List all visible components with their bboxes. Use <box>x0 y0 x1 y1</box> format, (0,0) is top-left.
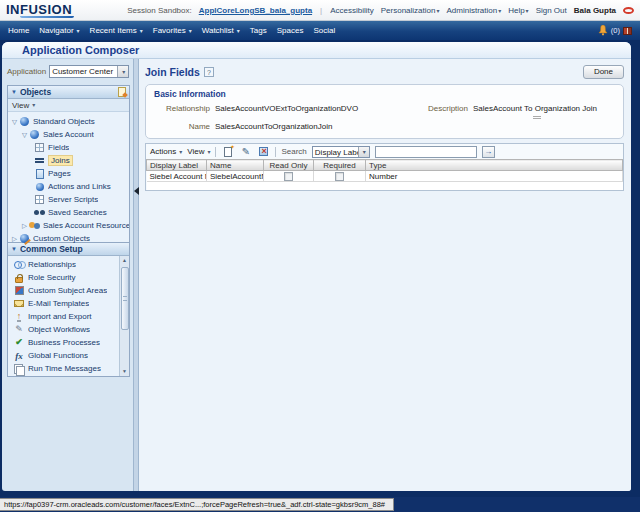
sidebar-item-business-processes[interactable]: ✔ Business Processes <box>8 336 119 349</box>
search-by-select[interactable]: Display Label ▾ <box>312 146 370 158</box>
tree-item-saved-searches[interactable]: Saved Searches <box>8 206 129 219</box>
table-row[interactable]: Siebel Account Numb SiebelAccountNumbe N… <box>147 171 623 182</box>
sidebar-item-run-time-messages[interactable]: Run Time Messages <box>8 362 119 375</box>
expand-closed-icon[interactable]: ▷ <box>20 222 29 230</box>
flag-icon[interactable] <box>623 27 632 35</box>
pencil-icon: ✎ <box>242 147 250 157</box>
done-button[interactable]: Done <box>583 65 624 79</box>
sidebar-item-global-functions[interactable]: fx Global Functions <box>8 349 119 362</box>
help-menu[interactable]: Help▾ <box>508 6 528 15</box>
delete-record-icon <box>259 147 268 156</box>
search-input[interactable] <box>375 146 477 158</box>
tree-item-standard-objects[interactable]: ▽ Standard Objects <box>8 115 129 128</box>
expand-closed-icon[interactable]: ▷ <box>10 235 19 243</box>
application-select[interactable]: Customer Center ▾ <box>49 65 129 78</box>
accessibility-link[interactable]: Accessibility <box>330 6 374 15</box>
search-go-button[interactable]: → <box>482 146 495 158</box>
nav-bar-right: (0) <box>598 25 632 36</box>
tree-item-pages[interactable]: Pages <box>8 167 129 180</box>
description-label: Description <box>416 104 468 113</box>
column-name[interactable]: Name <box>207 160 264 171</box>
basic-information-title: Basic Information <box>154 89 615 99</box>
nav-item-favorites[interactable]: Favorites▾ <box>153 26 192 35</box>
collapse-sidebar-arrow-icon[interactable] <box>134 187 139 195</box>
object-sphere-icon <box>19 117 30 126</box>
actions-menu[interactable]: Actions ▾ <box>150 147 182 156</box>
sidebar: Application Customer Center ▾ ▼ Objects <box>2 59 133 491</box>
chevron-down-icon[interactable]: ▾ <box>358 147 369 157</box>
session-sandbox-link[interactable]: ApplCoreLongSB_bala_gupta <box>199 6 312 15</box>
scroll-down-icon[interactable]: ▼ <box>122 367 127 376</box>
common-setup-title: Common Setup <box>20 244 126 254</box>
common-setup-panel: ▼ Common Setup Relationships <box>7 242 130 377</box>
cell-type: Number <box>366 171 623 182</box>
help-icon[interactable]: ? <box>204 67 214 77</box>
scrollbar-thumb[interactable] <box>121 267 129 330</box>
nav-item-social[interactable]: Social <box>313 26 335 35</box>
sidebar-item-custom-subject-areas[interactable]: Custom Subject Areas <box>8 284 119 297</box>
column-read-only[interactable]: Read Only <box>264 160 314 171</box>
joins-icon <box>34 157 45 164</box>
nav-item-home[interactable]: Home <box>8 26 29 35</box>
required-checkbox <box>335 172 344 181</box>
edit-field-button[interactable]: ✎ <box>239 146 252 158</box>
content-frame: Application Composer Application Custome… <box>0 40 640 497</box>
tree-item-sales-account-resource[interactable]: ▷ Sales Account Resource <box>8 219 129 232</box>
collapse-icon[interactable]: ▼ <box>11 246 17 252</box>
table-toolbar: Actions ▾ View ▾ ✎ <box>146 144 623 159</box>
personalization-menu[interactable]: Personalization▾ <box>381 6 440 15</box>
sign-out-link[interactable]: Sign Out <box>536 6 567 15</box>
expand-open-icon[interactable]: ▽ <box>10 118 19 126</box>
sidebar-item-email-templates[interactable]: E-Mail Templates <box>8 297 119 310</box>
collapse-icon[interactable]: ▼ <box>11 89 17 95</box>
sidebar-splitter[interactable] <box>133 59 139 491</box>
tree-item-label: Standard Objects <box>33 117 95 126</box>
view-menu[interactable]: View ▾ <box>187 147 210 156</box>
expand-open-icon[interactable]: ▽ <box>20 131 29 139</box>
nav-item-recent-items[interactable]: Recent Items▾ <box>90 26 143 35</box>
edit-note-icon[interactable] <box>118 87 126 97</box>
common-setup-scrollbar[interactable]: ▲ ▼ <box>119 256 129 376</box>
new-field-button[interactable] <box>221 146 234 158</box>
tree-item-server-scripts[interactable]: Server Scripts <box>8 193 129 206</box>
scrollbar-track[interactable] <box>121 265 129 367</box>
divider: | <box>320 6 322 15</box>
objects-panel-header[interactable]: ▼ Objects <box>8 86 129 99</box>
common-setup-body: Relationships Role Security Custom Subje… <box>8 256 129 376</box>
actions-links-icon <box>34 183 45 191</box>
join-fields-table: Display Label Name Read Only Required Ty… <box>146 159 623 190</box>
status-url: https://fap0397-crm.oracleads.com/custom… <box>0 498 394 511</box>
sidebar-item-relationships[interactable]: Relationships <box>8 258 119 271</box>
administration-menu[interactable]: Administration▾ <box>446 6 501 15</box>
name-value: SalesAccountToOrganizationJoin <box>215 122 411 131</box>
relationships-icon <box>12 261 26 268</box>
tree-item-actions-and-links[interactable]: Actions and Links <box>8 180 129 193</box>
nav-item-navigator[interactable]: Navigator▾ <box>39 26 79 35</box>
objects-view-menu[interactable]: View ▾ <box>8 99 129 112</box>
chevron-down-icon[interactable]: ▾ <box>117 66 128 77</box>
sidebar-item-import-and-export[interactable]: ↑ Import and Export <box>8 310 119 323</box>
infusion-logo: INFUSION <box>6 3 72 17</box>
tree-item-fields[interactable]: Fields <box>8 141 129 154</box>
sidebar-item-object-workflows[interactable]: ✎ Object Workflows <box>8 323 119 336</box>
cell-display-label: Siebel Account Numb <box>147 171 207 182</box>
tree-item-sales-account[interactable]: ▽ Sales Account <box>8 128 129 141</box>
nav-item-watchlist[interactable]: Watchlist▾ <box>202 26 240 35</box>
application-selector-row: Application Customer Center ▾ <box>7 65 133 78</box>
scroll-up-icon[interactable]: ▲ <box>122 256 127 265</box>
nav-item-tags[interactable]: Tags <box>250 26 267 35</box>
common-setup-list: Relationships Role Security Custom Subje… <box>8 256 119 376</box>
column-type[interactable]: Type <box>366 160 623 171</box>
notifications-bell-icon[interactable] <box>598 25 608 36</box>
textarea-resize-grip[interactable] <box>533 116 541 119</box>
column-required[interactable]: Required <box>314 160 366 171</box>
application-select-value: Customer Center <box>50 66 117 77</box>
subject-areas-icon <box>12 286 26 295</box>
sidebar-item-role-security[interactable]: Role Security <box>8 271 119 284</box>
basic-information-section: Basic Information Relationship SalesAcco… <box>145 84 624 139</box>
tree-item-joins[interactable]: Joins <box>8 154 129 167</box>
delete-field-button[interactable] <box>257 146 270 158</box>
nav-item-spaces[interactable]: Spaces <box>277 26 304 35</box>
common-setup-header[interactable]: ▼ Common Setup <box>8 243 129 256</box>
column-display-label[interactable]: Display Label <box>147 160 207 171</box>
